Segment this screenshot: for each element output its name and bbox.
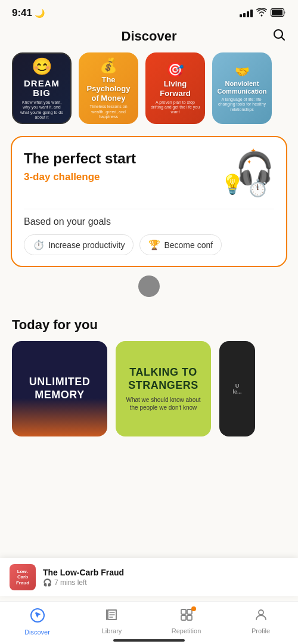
book-subtitle-psychology-money: Timeless lessons on wealth, greed, and h… — [83, 104, 134, 119]
book-subtitle-living-forward: A proven plan to stop drifting and get t… — [150, 100, 200, 115]
status-icons — [240, 8, 286, 18]
svg-rect-4 — [181, 609, 186, 614]
book-title-living-forward: Living Forward — [150, 79, 200, 98]
page-header: Discover — [0, 23, 298, 52]
challenge-section: The perfect start 3-day challenge ✦ ✦ ✦ … — [0, 136, 298, 311]
svg-rect-1 — [272, 10, 283, 16]
challenge-tag-productivity[interactable]: ⏱️ Increase productivity — [24, 234, 134, 255]
svg-rect-7 — [187, 615, 192, 620]
nav-item-profile[interactable]: Profile — [224, 602, 298, 638]
book-title-psychology-money: The Psychology of Money — [83, 75, 134, 103]
books-carousel: 😊 DreamBig Know what you want, why you w… — [0, 52, 298, 136]
carousel-dot-active — [138, 275, 160, 297]
nav-item-discover[interactable]: Discover — [0, 602, 74, 638]
book-title-dream-big: DreamBig — [24, 79, 60, 98]
today-section: Today for you UNLIMITED MEMORY TALKING T… — [0, 311, 298, 436]
nav-label-library: Library — [102, 627, 122, 634]
book-card-psychology-money[interactable]: 💰 The Psychology of Money Timeless lesso… — [79, 52, 138, 124]
repetition-badge — [191, 606, 196, 611]
today-book-subtitle-talking-strangers: What we should know about the people we … — [124, 396, 203, 411]
library-icon — [105, 608, 119, 626]
headphone-small-icon: 🎧 — [43, 578, 52, 587]
challenge-tag-confidence[interactable]: 🏆 Become conf — [139, 234, 222, 255]
today-books-row: UNLIMITED MEMORY TALKING TO STRANGERS Wh… — [12, 341, 286, 436]
now-playing-title: The Low-Carb Fraud — [43, 568, 124, 577]
status-bar: 9:41 🌙 — [0, 0, 298, 23]
carousel-indicator — [11, 275, 287, 297]
tag-label-confidence: Become conf — [164, 240, 213, 250]
book-subtitle-nonviolent: A language of life: life-changing tools … — [217, 97, 267, 112]
today-book-talking-strangers[interactable]: TALKING TO STRANGERS What we should know… — [116, 341, 211, 436]
nav-label-discover: Discover — [24, 628, 50, 636]
bulb-icon: 💡 — [221, 173, 244, 196]
tag-label-productivity: Increase productivity — [48, 240, 125, 250]
today-book-partial[interactable]: Ule... — [219, 341, 255, 436]
challenge-tags: ⏱️ Increase productivity 🏆 Become conf — [24, 234, 274, 255]
page-title: Discover — [122, 29, 177, 44]
partial-book-text: Ule... — [232, 383, 241, 395]
books-row[interactable]: 😊 DreamBig Know what you want, why you w… — [12, 52, 298, 124]
today-book-title-unlimited-memory: UNLIMITED MEMORY — [20, 376, 99, 401]
status-time: 9:41 — [12, 7, 32, 19]
tag-icon-confidence: 🏆 — [148, 239, 160, 250]
now-playing-time: 🎧 7 mins left — [43, 578, 124, 587]
nav-label-repetition: Repetition — [172, 627, 201, 634]
book-card-living-forward[interactable]: 🎯 Living Forward A proven plan to stop d… — [145, 52, 205, 124]
tag-icon-productivity: ⏱️ — [33, 239, 45, 250]
svg-point-8 — [259, 610, 263, 615]
today-book-unlimited-memory[interactable]: UNLIMITED MEMORY — [12, 341, 107, 436]
discover-icon — [30, 608, 45, 627]
now-playing-thumbnail: Low-CarbFraud — [10, 564, 36, 590]
clock-icon: ⏱️ — [247, 178, 268, 198]
book-card-nonviolent[interactable]: 🤝 Nonviolent Communication A language of… — [212, 52, 272, 124]
challenge-main-title: The perfect start — [24, 150, 136, 168]
now-playing-info: The Low-Carb Fraud 🎧 7 mins left — [43, 568, 124, 587]
wifi-icon — [256, 8, 267, 18]
signal-icon — [240, 10, 253, 17]
book-subtitle-dream-big: Know what you want, why you want it, and… — [18, 100, 66, 120]
book-card-dream-big[interactable]: 😊 DreamBig Know what you want, why you w… — [12, 52, 72, 124]
moon-icon: 🌙 — [35, 8, 45, 18]
svg-rect-5 — [187, 609, 192, 614]
book-title-nonviolent: Nonviolent Communication — [217, 80, 267, 95]
now-playing-bar[interactable]: Low-CarbFraud The Low-Carb Fraud 🎧 7 min… — [0, 558, 298, 596]
nav-item-repetition[interactable]: Repetition — [149, 602, 224, 638]
home-indicator — [113, 639, 185, 642]
search-button[interactable] — [272, 27, 286, 45]
challenge-card[interactable]: The perfect start 3-day challenge ✦ ✦ ✦ … — [11, 136, 287, 267]
nav-item-library[interactable]: Library — [74, 602, 149, 638]
challenge-subtitle: 3-day challenge — [24, 171, 136, 183]
challenge-icons: ✦ ✦ ✦ 🎧 💡 ⏱️ — [221, 150, 274, 198]
today-title: Today for you — [12, 317, 286, 333]
repetition-icon — [179, 608, 194, 626]
profile-icon — [254, 608, 268, 626]
battery-icon — [271, 8, 286, 18]
svg-rect-6 — [181, 615, 186, 620]
challenge-goals-title: Based on your goals — [24, 216, 274, 227]
nav-label-profile: Profile — [252, 627, 270, 634]
today-book-title-talking-strangers: TALKING TO STRANGERS — [124, 366, 203, 392]
bottom-nav: Discover Library Repetition — [0, 601, 298, 644]
